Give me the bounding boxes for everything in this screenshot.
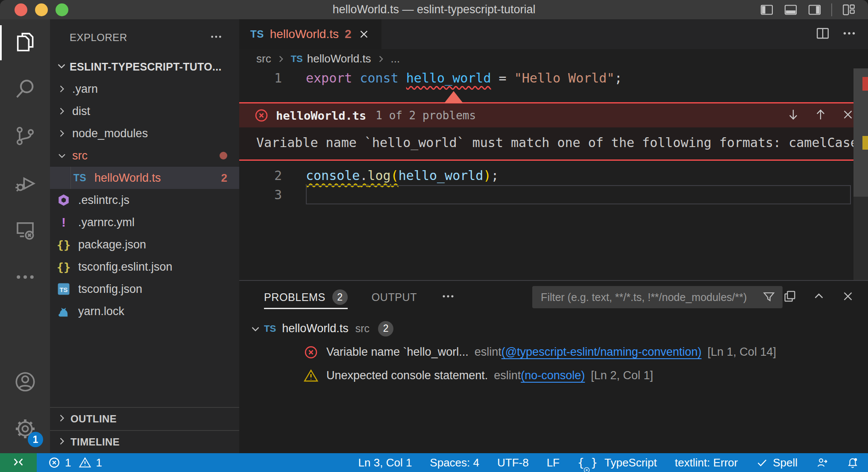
panel-tab-output[interactable]: OUTPUT [372,281,417,313]
chevron-right-icon [56,435,68,449]
toggle-panel-icon[interactable] [783,3,798,17]
more-editor-actions-icon[interactable] [842,26,857,43]
activity-search[interactable] [0,66,50,113]
error-badge-icon [583,463,590,471]
problems-file-group[interactable]: TS helloWorld.ts src 2 [239,317,868,340]
tab-helloworld[interactable]: TS helloWorld.ts 2 [239,19,381,49]
folder-label: .yarn [72,83,98,96]
breadcrumb: srcTS helloWorld.ts... [239,49,868,68]
close-window-button[interactable] [15,3,27,16]
folder-label: src [72,149,88,162]
problems-list: TS helloWorld.ts src 2 Variable name `he… [239,313,868,453]
explorer-more-actions-icon[interactable] [209,30,223,45]
tree-item-node_modules[interactable]: node_modules [50,122,239,145]
breadcrumb-item[interactable]: ... [391,52,400,65]
close-tab-icon[interactable] [358,28,370,41]
activity-source-control[interactable] [0,113,50,160]
overview-warning-mark [862,136,868,150]
tree-item-.eslintrc.js[interactable]: .eslintrc.js [50,189,239,211]
maximize-window-button[interactable] [56,3,68,16]
breadcrumb-separator-icon [375,53,387,65]
warning-icon [303,368,319,384]
sidebar-section-timeline[interactable]: TIMELINE [50,430,239,453]
indent-guide [70,167,71,189]
status-feedback[interactable] [806,453,837,472]
tree-item-helloWorld.ts[interactable]: TShelloWorld.ts2 [50,167,239,189]
activity-remote-explorer[interactable] [0,207,50,254]
minimize-window-button[interactable] [35,3,48,16]
rule-link[interactable]: (@typescript-eslint/naming-convention) [501,345,702,359]
customize-layout-icon[interactable] [842,3,856,17]
folder-label: node_modules [72,127,148,140]
file-label: tsconfig.json [78,283,142,296]
chevron-down-icon [55,59,68,74]
project-root-row[interactable]: ESLINT-TYPESCRIPT-TUTO... [50,56,239,78]
tree-item-.yarn[interactable]: .yarn [50,78,239,100]
activity-accounts[interactable] [0,359,50,406]
explorer-sidebar: EXPLORER ESLINT-TYPESCRIPT-TUTO... .yarn… [50,19,239,453]
code-line-1[interactable]: 1 export const hello_world = "Hello Worl… [239,68,868,88]
status-encoding[interactable]: UTF-8 [488,453,538,472]
peek-pointer [444,91,463,103]
tree-item-dist[interactable]: dist [50,100,239,122]
breadcrumb-separator-icon [276,53,287,65]
close-peek-icon[interactable] [841,107,855,124]
breadcrumb-item[interactable]: src [256,52,271,65]
ts-square-icon: TS [55,282,72,296]
file-label: .yarnrc.yml [78,216,135,229]
status-textlint-status[interactable]: textlint: Error [666,453,747,472]
status-language-mode[interactable]: { }TypeScript [569,453,666,472]
peek-error-message: Variable name `hello_world` must match o… [256,135,868,150]
problems-summary[interactable]: 1 1 [37,453,111,472]
remote-indicator[interactable] [0,453,37,472]
activity-run-and-debug[interactable] [0,160,50,207]
group-by-icon[interactable] [783,289,797,305]
problem-row[interactable]: Variable name `hello_worl... eslint(@typ… [239,340,868,364]
editor-actions [815,19,868,49]
code-line-2[interactable]: 2 console.log(hello_world); [239,166,868,185]
explorer-title: EXPLORER [70,32,127,44]
typescript-file-icon: TS [250,28,264,40]
panel-tab-problems[interactable]: PROBLEMS 2 [264,281,348,313]
problem-row[interactable]: Unexpected console statement. eslint(no-… [239,364,868,387]
status-eol[interactable]: LF [538,453,569,472]
activity-explorer[interactable] [0,19,50,66]
panel-more-actions-icon[interactable] [441,289,455,305]
line-number: 3 [239,185,282,204]
chevron-down-icon [247,322,264,335]
activity-more-views[interactable] [0,254,50,301]
problems-filter-input[interactable] [541,291,762,304]
maximize-panel-icon[interactable] [812,289,826,305]
remote-explorer-icon [14,218,37,243]
status-notifications[interactable] [837,453,868,472]
person-icon [815,456,828,469]
close-panel-icon[interactable] [841,289,855,305]
file-label: helloWorld.ts [94,171,161,185]
status-cursor-position[interactable]: Ln 3, Col 1 [349,453,421,472]
peek-body[interactable]: Variable name `hello_world` must match o… [239,127,868,159]
rule-link[interactable]: (no-console) [521,369,585,382]
tree-item-package.json[interactable]: {}package.json [50,233,239,256]
status-indentation[interactable]: Spaces: 4 [421,453,488,472]
toggle-primary-sidebar-icon[interactable] [760,3,774,17]
code-line-3[interactable]: 3 [239,185,868,204]
search-icon [14,77,37,102]
status-spell-status[interactable]: Spell [747,453,806,472]
tree-item-yarn.lock[interactable]: yarn.lock [50,300,239,322]
breadcrumb-item[interactable]: TS helloWorld.ts [291,52,371,65]
code-editor[interactable]: 1 export const hello_world = "Hello Worl… [239,68,868,280]
previous-problem-icon[interactable] [813,107,828,124]
editor-scrollbar[interactable] [853,68,868,280]
sidebar-section-outline[interactable]: OUTLINE [50,407,239,430]
tree-item-tsconfig.eslint.json[interactable]: {}tsconfig.eslint.json [50,256,239,278]
tree-item-src[interactable]: src [50,145,239,167]
tree-item-.yarnrc.yml[interactable]: !.yarnrc.yml [50,211,239,233]
filter-funnel-icon[interactable] [762,290,776,304]
split-editor-icon[interactable] [815,26,830,43]
chevron-right-icon [55,83,69,95]
toggle-secondary-sidebar-icon[interactable] [807,3,822,17]
tree-item-tsconfig.json[interactable]: TStsconfig.json [50,278,239,300]
chevron-right-icon [56,412,68,426]
activity-settings[interactable]: 1 [0,406,50,453]
next-problem-icon[interactable] [786,107,801,124]
